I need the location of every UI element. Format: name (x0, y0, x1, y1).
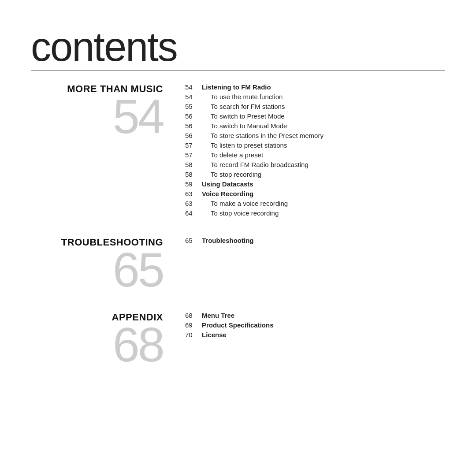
toc-entry-text: To stop recording (202, 171, 261, 178)
toc-entry-number: 56 (185, 122, 202, 130)
toc-entry: 55To search for FM stations (185, 103, 445, 110)
toc-entry-text: Troubleshooting (202, 237, 254, 244)
toc-entry-number: 68 (185, 312, 202, 319)
toc-entry-number: 65 (185, 237, 202, 244)
toc-entry-number: 58 (185, 161, 202, 168)
toc-entry-number: 59 (185, 180, 202, 188)
toc-entry: 59Using Datacasts (185, 180, 445, 188)
toc-entry: 65Troubleshooting (185, 237, 445, 244)
toc-entry-number: 70 (185, 331, 202, 338)
toc-entry: 68Menu Tree (185, 312, 445, 319)
toc-entry-number: 58 (185, 171, 202, 178)
toc-entry-number: 57 (185, 141, 202, 149)
section-page-number-appendix: 68 (113, 320, 163, 369)
toc-entry: 69Product Specifications (185, 321, 445, 329)
toc-entry: 56To store stations in the Preset memory (185, 132, 445, 139)
title-divider (31, 71, 445, 71)
section-appendix: APPENDIX6868Menu Tree69Product Specifica… (31, 312, 445, 369)
toc-entry-number: 63 (185, 200, 202, 207)
toc-entry-number: 64 (185, 209, 202, 217)
toc-entry: 58To stop recording (185, 171, 445, 178)
section-entries-troubleshooting: 65Troubleshooting (181, 237, 445, 246)
toc-entry: 56To switch to Manual Mode (185, 122, 445, 130)
toc-entry: 54Listening to FM Radio (185, 83, 445, 91)
toc-entry: 63Voice Recording (185, 190, 445, 197)
toc-entry: 64To stop voice recording (185, 209, 445, 217)
toc-entry-number: 54 (185, 93, 202, 100)
toc-sections: MORE THAN MUSIC5454Listening to FM Radio… (31, 83, 445, 387)
toc-entry: 63To make a voice recording (185, 200, 445, 207)
toc-entry-text: Menu Tree (202, 312, 234, 319)
section-page-number-troubleshooting: 65 (113, 245, 163, 294)
toc-entry-text: To search for FM stations (202, 103, 285, 110)
section-entries-more-than-music: 54Listening to FM Radio54To use the mute… (181, 83, 445, 219)
section-page-number-more-than-music: 54 (113, 92, 163, 141)
toc-entry-text: Listening to FM Radio (202, 83, 271, 91)
toc-entry-text: To record FM Radio broadcasting (202, 161, 309, 168)
toc-entry: 58To record FM Radio broadcasting (185, 161, 445, 168)
toc-entry-text: Using Datacasts (202, 180, 253, 188)
toc-entry: 70License (185, 331, 445, 338)
toc-entry-text: Product Specifications (202, 321, 274, 329)
toc-entry-text: To make a voice recording (202, 200, 288, 207)
toc-entry-text: To delete a preset (202, 151, 263, 159)
toc-entry-text: To switch to Manual Mode (202, 122, 287, 130)
toc-entry-text: To stop voice recording (202, 209, 279, 217)
page: contents MORE THAN MUSIC5454Listening to… (0, 0, 476, 476)
toc-entry-text: To switch to Preset Mode (202, 112, 285, 120)
toc-entry-text: To use the mute function (202, 93, 283, 100)
section-entries-appendix: 68Menu Tree69Product Specifications70Lic… (181, 312, 445, 341)
toc-entry-text: Voice Recording (202, 190, 253, 197)
section-troubleshooting: TROUBLESHOOTING6565Troubleshooting (31, 237, 445, 294)
page-title: contents (31, 26, 445, 67)
toc-entry-number: 54 (185, 83, 202, 91)
toc-entry-number: 57 (185, 151, 202, 159)
toc-entry: 56To switch to Preset Mode (185, 112, 445, 120)
toc-entry: 54To use the mute function (185, 93, 445, 100)
section-more-than-music: MORE THAN MUSIC5454Listening to FM Radio… (31, 83, 445, 219)
toc-entry: 57To listen to preset stations (185, 141, 445, 149)
toc-entry: 57To delete a preset (185, 151, 445, 159)
toc-entry-text: To store stations in the Preset memory (202, 132, 324, 139)
toc-entry-number: 56 (185, 132, 202, 139)
toc-entry-text: License (202, 331, 227, 338)
section-left-appendix: APPENDIX68 (31, 312, 181, 369)
toc-entry-number: 69 (185, 321, 202, 329)
section-left-more-than-music: MORE THAN MUSIC54 (31, 83, 181, 141)
toc-entry-text: To listen to preset stations (202, 141, 287, 149)
toc-entry-number: 63 (185, 190, 202, 197)
toc-entry-number: 56 (185, 112, 202, 120)
toc-entry-number: 55 (185, 103, 202, 110)
section-left-troubleshooting: TROUBLESHOOTING65 (31, 237, 181, 294)
